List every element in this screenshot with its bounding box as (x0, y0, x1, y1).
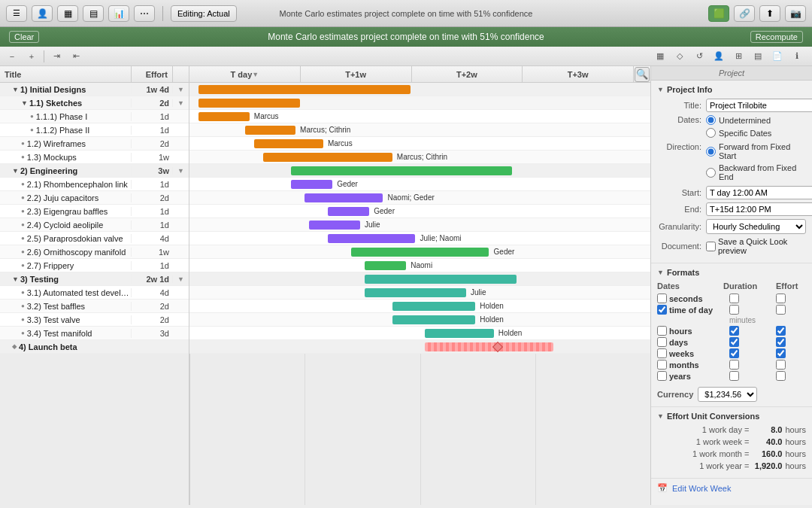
dates-timeofday-checkbox[interactable] (657, 305, 667, 315)
duration-years-checkbox[interactable] (729, 371, 739, 381)
task-row[interactable]: ● 1.1.2) Phase II 1d (0, 123, 189, 137)
effort-minutes-checkbox[interactable] (776, 305, 786, 315)
task-row[interactable]: ▼ 2) Engineering 3w ▼ (0, 164, 189, 178)
toolbar-table-btn[interactable]: ▤ (83, 5, 104, 22)
document-checkbox[interactable] (706, 242, 716, 251)
task-row[interactable]: ● 1.2) Wireframes 2d (0, 137, 189, 151)
bar-phase2[interactable] (245, 126, 295, 135)
toolbar-dots-btn[interactable]: ⋯ (134, 5, 155, 22)
task-row[interactable]: ● 2.6) Ornithoscopy manifold 1w (0, 245, 189, 259)
bar-sketches[interactable] (198, 99, 300, 108)
right-tab-table2[interactable]: ▤ (749, 49, 767, 64)
task-row[interactable]: ● 1.1.1) Phase I 1d (0, 110, 189, 123)
task-row[interactable]: ▼ 1) Initial Designs 1w 4d ▼ (0, 83, 189, 96)
bar-mockups[interactable] (263, 153, 392, 162)
direction-option1-label[interactable]: Forward from Fixed Start (706, 142, 806, 160)
effort-hours-checkbox[interactable] (776, 326, 786, 336)
dates-weeks-checkbox[interactable] (657, 348, 667, 358)
bar-testing[interactable] (365, 275, 517, 284)
right-tab-person[interactable]: 👤 (710, 49, 728, 64)
task-row[interactable]: ● 2.2) Juju capacitors 2d (0, 191, 189, 205)
toolbar-grid-btn[interactable]: ▦ (57, 5, 78, 22)
task-row[interactable]: ● 2.5) Paraprosdokian valve 4d (0, 232, 189, 245)
sec-btn-indent[interactable]: ⇥ (47, 49, 65, 64)
task-arrow[interactable]: ▼ (172, 86, 189, 93)
dates-radio1[interactable] (706, 115, 716, 125)
right-tab-doc[interactable]: 📄 (768, 49, 786, 64)
bar-juju[interactable] (304, 193, 383, 202)
direction-option2-label[interactable]: Backward from Fixed End (706, 163, 806, 181)
task-row[interactable]: ● 3.2) Test baffles 2d (0, 300, 189, 313)
bar-autotest[interactable] (365, 288, 466, 297)
toolbar-sync-btn[interactable]: ⬆ (759, 5, 780, 22)
editing-mode-btn[interactable]: Editing: Actual (171, 5, 237, 22)
toolbar-chart-btn[interactable]: 📊 (108, 5, 129, 22)
tday-dropdown-icon[interactable]: ▼ (252, 71, 259, 78)
sec-btn-minus[interactable]: − (3, 49, 21, 64)
dates-option2-label[interactable]: Specific Dates (706, 128, 771, 138)
toolbar-cam-btn[interactable]: 📷 (785, 5, 806, 22)
direction-radio2[interactable] (706, 168, 716, 178)
toolbar-people-btn[interactable]: 👤 (32, 5, 53, 22)
duration-days-checkbox[interactable] (729, 337, 739, 347)
dates-radio2[interactable] (706, 128, 716, 138)
right-tab-diamond[interactable]: ◇ (671, 49, 689, 64)
sec-btn-outdent[interactable]: ⇤ (67, 49, 85, 64)
task-row[interactable]: ● 2.3) Eigengrau baffles 1d (0, 205, 189, 218)
effort-years-checkbox[interactable] (776, 371, 786, 381)
task-row[interactable]: ● 3.1) Automated test development 4d (0, 286, 189, 300)
effort-weeks-checkbox[interactable] (776, 348, 786, 358)
dates-years-checkbox[interactable] (657, 371, 667, 381)
task-row[interactable]: ● 1.3) Mockups 1w (0, 151, 189, 164)
duration-minutes-checkbox[interactable] (729, 305, 739, 315)
task-row[interactable]: ● 2.7) Frippery 1d (0, 259, 189, 272)
task-arrow[interactable]: ▼ (172, 275, 189, 283)
duration-hours-checkbox[interactable] (729, 326, 739, 336)
bar-testbaffles[interactable] (392, 302, 475, 311)
edit-work-week-row[interactable]: 📅 Edit Work Week (651, 478, 812, 497)
duration-seconds-checkbox[interactable] (729, 294, 739, 303)
task-row[interactable]: ▼ 1.1) Sketches 2d ▼ (0, 96, 189, 110)
bar-launch[interactable] (425, 342, 554, 351)
dates-days-checkbox[interactable] (657, 337, 667, 347)
granularity-select[interactable]: Hourly Scheduling (706, 219, 806, 234)
task-arrow[interactable]: ▼ (172, 167, 189, 175)
task-row[interactable]: ● 2.1) Rhombencephalon link 1d (0, 178, 189, 191)
bar-testmanifold[interactable] (425, 329, 494, 338)
bar-ornith[interactable] (351, 248, 489, 257)
dates-option1-label[interactable]: Undetermined (706, 115, 771, 125)
right-tab-info[interactable]: ℹ (788, 49, 806, 64)
duration-months-checkbox[interactable] (729, 360, 739, 370)
effort-days-checkbox[interactable] (776, 337, 786, 347)
task-row[interactable]: ▼ 3) Testing 2w 1d ▼ (0, 272, 189, 286)
currency-select[interactable]: $1,234.56 (698, 387, 757, 402)
title-input[interactable] (706, 99, 812, 112)
clear-button[interactable]: Clear (9, 31, 39, 43)
toolbar-app-btn[interactable]: ☰ (6, 5, 27, 22)
bar-parapros[interactable] (328, 234, 415, 243)
zoom-btn[interactable]: 🔍 (634, 66, 650, 82)
bar-cycloid[interactable] (309, 221, 359, 230)
document-checkbox-label[interactable]: Save a Quick Look preview (706, 237, 806, 255)
bar-eigengrau[interactable] (328, 207, 369, 216)
task-row[interactable]: ◆ 4) Launch beta (0, 340, 189, 354)
task-arrow[interactable]: ▼ (172, 99, 189, 107)
bar-engineering[interactable] (291, 166, 512, 175)
bar-rhomben[interactable] (291, 180, 332, 189)
bar-frippery[interactable] (365, 261, 406, 270)
collapse-icon[interactable]: ▼ (12, 275, 19, 283)
direction-radio1[interactable] (706, 147, 716, 157)
toolbar-green-btn[interactable]: 🟩 (708, 5, 729, 22)
effort-seconds-checkbox[interactable] (776, 294, 786, 303)
right-tab-link[interactable]: ⊞ (729, 49, 747, 64)
bar-phase1[interactable] (198, 112, 249, 121)
collapse-icon[interactable]: ▼ (12, 167, 19, 175)
collapse-icon[interactable]: ▼ (21, 99, 28, 107)
end-input[interactable] (706, 202, 812, 216)
bar-testvalve[interactable] (392, 315, 475, 324)
bar-wireframes[interactable] (254, 139, 323, 148)
recompute-button[interactable]: Recompute (750, 31, 803, 43)
effort-months-checkbox[interactable] (776, 360, 786, 370)
start-input[interactable] (706, 186, 812, 199)
right-tab-arrow[interactable]: ↺ (690, 49, 708, 64)
